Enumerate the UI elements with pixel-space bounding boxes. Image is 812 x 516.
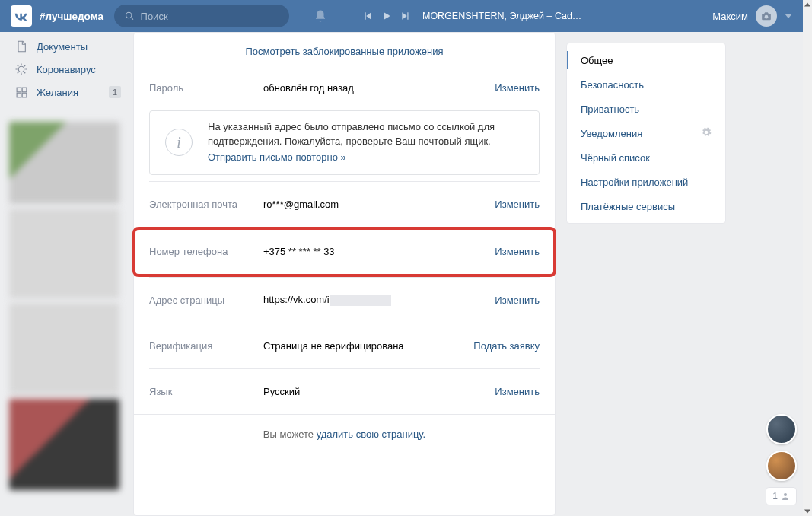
svg-rect-5 [17,93,21,97]
friend-bubble[interactable] [766,451,797,481]
masked-url-part [330,295,391,306]
row-value: +375 ** *** ** 33 [263,246,495,257]
friends-widget: 1 [766,414,797,505]
svg-rect-4 [22,88,27,92]
settings-panel: Посмотреть заблокированные приложения Па… [133,32,556,516]
next-track-icon[interactable] [400,11,411,21]
resend-email-link[interactable]: Отправить письмо повторно » [208,151,346,165]
tab-app-settings[interactable]: Настройки приложений [567,170,725,194]
sidebar-item-count: 1 [109,86,121,98]
sidebar-item-wishes[interactable]: Желания 1 [9,81,126,104]
topbar: #лучшедома MORGENSHTERN, Элджей – Cadill… [0,0,803,32]
setting-row-language: Язык Русский Изменить [149,368,540,414]
user-name: Максим [712,11,748,22]
avatar [756,5,777,27]
setting-row-email: Электронная почта ro***@gmail.com Измени… [149,181,540,227]
tab-general[interactable]: Общее [567,48,725,72]
svg-rect-6 [22,93,27,97]
notice-text: На указанный адрес было отправлено письм… [208,121,495,147]
sidebar-item-label: Коронавирус [37,64,96,75]
row-label: Номер телефона [149,246,263,257]
svg-rect-3 [17,88,21,92]
sidebar-item-label: Желания [37,87,78,98]
chevron-down-icon [785,14,792,18]
logo-tag[interactable]: #лучшедома [40,11,103,22]
row-value: Страница не верифицирована [263,340,473,352]
delete-page-link[interactable]: удалить свою страницу. [317,428,426,440]
feed-photo[interactable] [9,303,119,394]
svg-point-0 [126,12,132,18]
documents-icon [14,39,29,54]
tab-notifications[interactable]: Уведомления [567,121,725,145]
gear-icon[interactable] [701,127,712,140]
feed-photo[interactable] [9,399,119,490]
change-password-link[interactable]: Изменить [495,82,540,94]
feed-photo[interactable] [9,122,119,204]
tab-payments[interactable]: Платёжные сервисы [567,194,725,218]
setting-row-password: Пароль обновлён год назад Изменить [149,65,540,110]
sidebar-photo-feed [9,122,126,490]
wishes-icon [14,84,29,100]
tab-blacklist[interactable]: Чёрный список [567,145,725,170]
settings-tabs: Общее Безопасность Приватность Уведомлен… [566,43,726,224]
setting-row-verification: Верификация Страница не верифицирована П… [149,323,540,368]
svg-point-7 [784,493,787,496]
play-icon[interactable] [381,11,392,21]
row-label: Пароль [149,82,263,94]
svg-point-1 [765,15,769,19]
camera-icon [760,11,772,21]
person-icon [781,492,790,501]
search-icon [125,11,135,21]
feed-photo[interactable] [9,209,119,298]
sidebar-item-documents[interactable]: Документы [9,35,126,58]
info-icon: i [165,129,193,156]
friend-bubble[interactable] [766,414,797,444]
email-confirm-notice: i На указанный адрес было отправлено пис… [149,110,540,175]
setting-row-phone: Номер телефона +375 ** *** ** 33 Изменит… [132,227,556,277]
scroll-down-icon[interactable] [803,507,812,516]
friends-online-button[interactable]: 1 [766,487,797,505]
track-title[interactable]: MORGENSHTERN, Элджей – Cadill... [422,11,582,21]
delete-page-footer: Вы можете удалить свою страницу. [134,414,555,444]
row-label: Верификация [149,340,263,352]
change-address-link[interactable]: Изменить [495,295,540,306]
tab-privacy[interactable]: Приватность [567,97,725,121]
sidebar: Документы Коронавирус Желания 1 [0,32,126,516]
change-phone-link[interactable]: Изменить [495,246,540,257]
row-label: Адрес страницы [149,295,263,306]
row-value: Русский [263,386,495,397]
row-label: Язык [149,386,263,397]
search-input[interactable] [141,11,279,22]
row-value: обновлён год назад [263,82,495,94]
player-controls: MORGENSHTERN, Элджей – Cadill... [362,11,582,21]
search-box[interactable] [114,5,289,27]
blocked-apps-link[interactable]: Посмотреть заблокированные приложения [149,33,540,65]
row-value: https://vk.com/i [263,294,495,306]
scroll-up-icon[interactable] [803,0,812,9]
sidebar-item-label: Документы [37,41,88,53]
verify-request-link[interactable]: Подать заявку [473,340,540,352]
user-menu[interactable]: Максим [712,5,792,27]
vk-logo[interactable] [11,5,32,27]
change-language-link[interactable]: Изменить [495,386,540,397]
row-label: Электронная почта [149,199,263,210]
prev-track-icon[interactable] [362,11,373,21]
scrollbar[interactable] [803,0,812,516]
tab-security[interactable]: Безопасность [567,72,725,97]
sidebar-item-coronavirus[interactable]: Коронавирус [9,58,126,81]
setting-row-address: Адрес страницы https://vk.com/i Изменить [149,277,540,323]
virus-icon [14,62,29,77]
row-value: ro***@gmail.com [263,199,495,210]
notifications-icon[interactable] [314,8,327,24]
svg-point-2 [18,66,24,72]
change-email-link[interactable]: Изменить [495,199,540,210]
